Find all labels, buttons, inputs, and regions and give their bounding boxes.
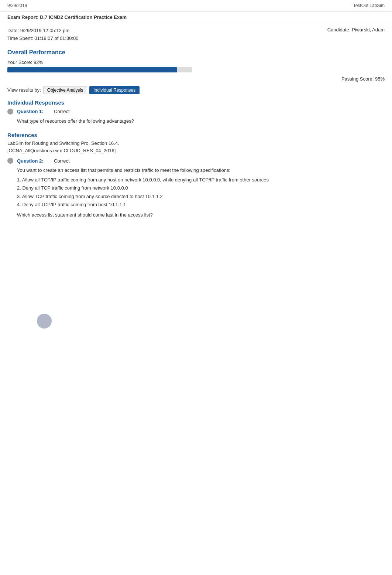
question-1-indicator [7,109,13,115]
passing-score-row: Passing Score: 95% [0,75,392,83]
page-date: 9/29/2019 [7,3,27,8]
score-row: Your Score: 92% [0,57,392,67]
question-2-indicator [7,158,13,164]
question-1-label: Question 1: [17,109,50,114]
references-line1: LabSim for Routing and Switching Pro, Se… [7,140,385,147]
question-2-status: Correct [54,158,70,164]
question-2-final: Which access list statement should come … [17,211,385,219]
tab-objective-analysis[interactable]: Objective Analysis [43,86,87,94]
question-2-row: Question 2: Correct [0,156,392,165]
references-body: LabSim for Routing and Switching Pro, Se… [7,140,385,154]
list-item-3: 3. Allow TCP traffic coming from any sou… [17,193,385,200]
individual-responses-title: Individual Responses [0,97,392,107]
question-1-text: What type of resources offer the followi… [17,118,385,125]
app-name: TestOut LabSim [353,3,385,8]
your-score-label: Your Score: 92% [7,59,43,65]
list-item-1: 1. Allow all TCP/IP traffic coming from … [17,176,385,184]
bottom-area [0,221,392,351]
list-item-4: 4. Deny all TCP/IP traffic coming from h… [17,201,385,208]
score-bar-fill [7,67,177,72]
references-section: References LabSim for Routing and Switch… [0,127,392,156]
bottom-indicator [37,314,52,329]
top-bar: 9/29/2019 TestOut LabSim [0,0,392,11]
time-spent: Time Spent: 01:19:07 of 01:30:00 [7,35,79,42]
tab-individual-responses[interactable]: Individual Responses [89,86,140,94]
references-line2: [CCNA_AllQuestions.exm CLOUD_RES_04_2016… [7,147,385,154]
question-1-body: What type of resources offer the followi… [0,116,392,128]
score-bar [7,67,192,72]
meta-left: Date: 9/29/2019 12:05:12 pm Time Spent: … [7,27,79,42]
candidate-name: Candidate: Piwarski, Adam [327,27,385,42]
question-2-body: You want to create an access list that p… [0,165,392,221]
overall-performance-title: Overall Performance [0,46,392,57]
question-1-row: Question 1: Correct [0,107,392,116]
question-2-intro: You want to create an access list that p… [17,167,385,174]
question-2-label: Question 2: [17,158,50,164]
score-bar-container [0,67,392,75]
view-results-row: View results by: Objective Analysis Indi… [0,83,392,97]
meta-info: Date: 9/29/2019 12:05:12 pm Time Spent: … [0,23,392,46]
list-item-2: 2. Deny all TCP traffic coming from netw… [17,184,385,192]
exam-date: Date: 9/29/2019 12:05:12 pm [7,27,79,35]
question-2-list: 1. Allow all TCP/IP traffic coming from … [17,176,385,208]
references-title: References [7,132,385,138]
passing-score-label: Passing Score: 95% [341,76,385,82]
view-results-label: View results by: [7,87,41,93]
question-1-status: Correct [54,109,70,114]
exam-title: Exam Report: D.7 ICND2 Certification Pra… [0,11,392,23]
